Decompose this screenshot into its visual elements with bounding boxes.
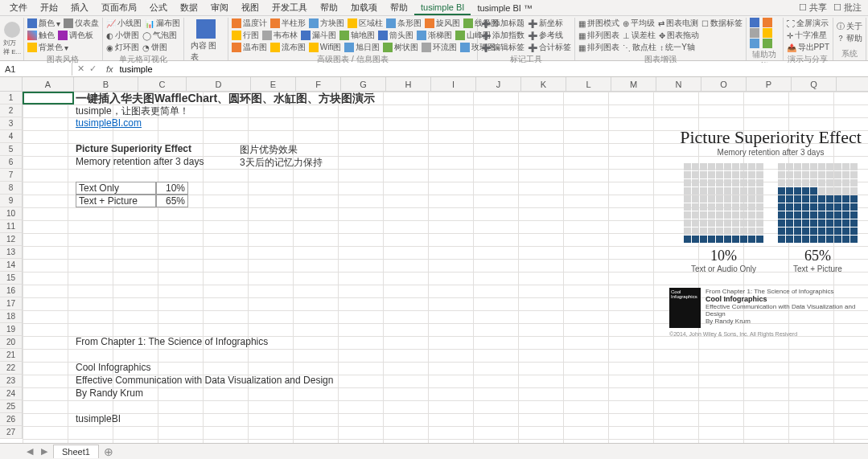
- tab-home[interactable]: 开始: [34, 0, 64, 15]
- btn-advanced[interactable]: 行图: [232, 30, 259, 41]
- btn-advanced[interactable]: 轴地图: [339, 30, 375, 41]
- row-header[interactable]: 4: [0, 130, 23, 143]
- btn-advanced[interactable]: 韦布林: [262, 30, 298, 41]
- btn-advanced[interactable]: 旭日图: [344, 42, 380, 53]
- row-header[interactable]: 15: [0, 272, 23, 285]
- btn-advanced[interactable]: 温布图: [232, 42, 267, 53]
- btn-arrange[interactable]: ▦排列图表: [578, 30, 619, 41]
- btn-addtitle[interactable]: ➕添加标题: [481, 18, 525, 29]
- cell-b23[interactable]: Effective Communication with Data Visual…: [76, 375, 333, 386]
- btn-minipie[interactable]: ◐小饼图: [106, 30, 139, 41]
- btn-palette[interactable]: 调色板: [58, 30, 93, 41]
- btn-unify-y[interactable]: ↕统一Y轴: [660, 42, 695, 53]
- name-box[interactable]: A1: [0, 63, 72, 76]
- col-header[interactable]: L: [566, 77, 611, 91]
- btn-advanced[interactable]: 树状图: [383, 42, 418, 53]
- add-sheet-button[interactable]: ⊕: [102, 445, 115, 458]
- btn-color[interactable]: 颜色▾: [27, 18, 60, 29]
- btn-error[interactable]: ⊥误差柱: [623, 30, 656, 41]
- btn-advanced[interactable]: 条形图: [386, 18, 422, 29]
- row-header[interactable]: 24: [0, 387, 23, 400]
- btn-totallabel[interactable]: ➕合计标签: [528, 42, 571, 53]
- tab-data[interactable]: 数据: [174, 0, 204, 15]
- btn-aux6[interactable]: [763, 39, 772, 48]
- col-header[interactable]: O: [701, 77, 747, 91]
- account-box[interactable]: 刘万祥 E...: [2, 18, 24, 60]
- btn-funnel-dist[interactable]: 📊漏布图: [145, 18, 180, 29]
- tab-help2[interactable]: 帮助: [384, 0, 414, 15]
- row-header[interactable]: 23: [0, 375, 23, 387]
- btn-advanced[interactable]: 环流图: [422, 42, 457, 53]
- col-header[interactable]: K: [521, 77, 566, 91]
- tab-insert[interactable]: 插入: [64, 0, 95, 15]
- btn-aux2[interactable]: [763, 18, 772, 27]
- row-header[interactable]: 6: [0, 156, 23, 169]
- btn-addindex[interactable]: ➕添加指数: [481, 30, 525, 41]
- row-header[interactable]: 16: [0, 285, 23, 297]
- btn-about[interactable]: ⓘ关于: [837, 21, 862, 32]
- cell-b2[interactable]: tusimple，让图表更简单！: [76, 105, 189, 118]
- row-header[interactable]: 7: [0, 169, 23, 182]
- tab-file[interactable]: 文件: [3, 0, 34, 15]
- row-header[interactable]: 10: [0, 207, 23, 220]
- tbl-c9[interactable]: 65%: [156, 195, 188, 207]
- row-header[interactable]: 3: [0, 117, 23, 130]
- row-header[interactable]: 25: [0, 400, 23, 413]
- btn-puzzle[interactable]: ▦拼图模式: [578, 18, 619, 29]
- sheet-nav-next[interactable]: ▶: [39, 446, 50, 457]
- share-button[interactable]: ☐ 共享: [799, 2, 827, 14]
- cell-b22[interactable]: Cool Infographics: [76, 362, 150, 373]
- sheet-tab-sheet1[interactable]: Sheet1: [53, 445, 99, 458]
- tab-addins[interactable]: 加载项: [344, 0, 384, 15]
- btn-swap[interactable]: ⇄图表电测: [658, 18, 698, 29]
- btn-sparkline[interactable]: 📈小线图: [106, 18, 142, 29]
- btn-arrange2[interactable]: ▦排列图表: [578, 42, 619, 53]
- select-all-corner[interactable]: [0, 77, 23, 91]
- cell-b3-link[interactable]: tusimpleBI.com: [76, 117, 142, 129]
- btn-advanced[interactable]: 旋风图: [425, 18, 460, 29]
- sheet-nav-prev[interactable]: ◀: [24, 446, 35, 457]
- tab-view[interactable]: 视图: [235, 0, 265, 15]
- btn-aux5[interactable]: [750, 39, 759, 48]
- btn-newaxis[interactable]: ➕新坐标: [528, 18, 563, 29]
- btn-advanced[interactable]: 半柱形: [270, 18, 306, 29]
- row-header[interactable]: 27: [0, 426, 23, 439]
- col-header-c[interactable]: C: [138, 77, 187, 91]
- col-header[interactable]: M: [611, 77, 656, 91]
- btn-ring[interactable]: ◉灯环图: [106, 42, 139, 53]
- col-header[interactable]: P: [747, 77, 792, 91]
- btn-touch[interactable]: 触色: [27, 30, 55, 41]
- col-header[interactable]: I: [431, 77, 476, 91]
- btn-bg[interactable]: 背景色▾: [27, 42, 68, 53]
- enter-icon[interactable]: ✓: [89, 64, 97, 74]
- cell-d6[interactable]: 3天后的记忆力保持: [240, 156, 323, 170]
- col-header[interactable]: E: [251, 77, 296, 91]
- cell-b6[interactable]: Memory retention after 3 days: [76, 156, 204, 167]
- cell-b24[interactable]: By Randy Krum: [76, 387, 143, 399]
- col-header[interactable]: H: [386, 77, 431, 91]
- tab-formulas[interactable]: 公式: [143, 0, 174, 15]
- tab-pagelayout[interactable]: 页面布局: [95, 0, 143, 15]
- col-header[interactable]: G: [341, 77, 386, 91]
- col-header-a[interactable]: A: [23, 77, 74, 91]
- row-header[interactable]: 14: [0, 259, 23, 272]
- btn-advanced[interactable]: 流布图: [270, 42, 306, 53]
- row-header[interactable]: 13: [0, 246, 23, 259]
- row-header[interactable]: 20: [0, 336, 23, 349]
- active-cell-a1[interactable]: [23, 92, 74, 105]
- row-header[interactable]: 19: [0, 323, 23, 336]
- btn-datalabel[interactable]: ☐数据标签: [701, 18, 743, 29]
- cancel-icon[interactable]: ✕: [77, 64, 84, 74]
- btn-dash[interactable]: 仪表盘: [64, 18, 99, 29]
- tbl-b9[interactable]: Text + Picture: [76, 195, 156, 207]
- waffle-chart-object[interactable]: Picture Superiority Effect Memory retent…: [666, 127, 868, 337]
- btn-crosshair[interactable]: ✛十字准星: [787, 30, 827, 41]
- btn-fullscreen[interactable]: ⛶全屏演示: [787, 18, 829, 29]
- tbl-c8[interactable]: 10%: [156, 182, 188, 195]
- btn-content-chart[interactable]: 内容 图表: [187, 18, 224, 64]
- btn-aux3[interactable]: [750, 28, 759, 38]
- btn-aux4[interactable]: [763, 28, 772, 38]
- btn-bubble[interactable]: ◯气泡图: [142, 30, 177, 41]
- row-header[interactable]: 18: [0, 310, 23, 323]
- row-header[interactable]: 9: [0, 195, 23, 207]
